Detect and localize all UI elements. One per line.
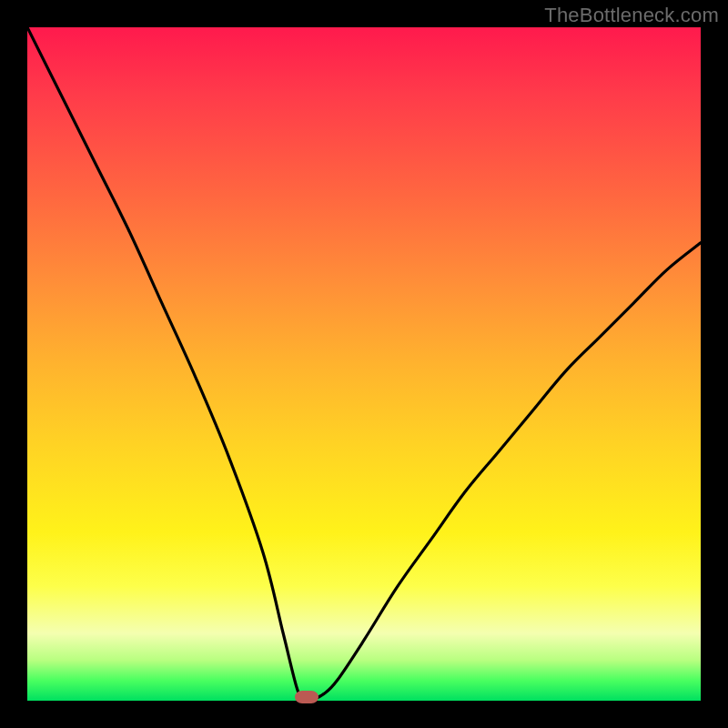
bottleneck-curve (27, 27, 701, 701)
optimal-marker (295, 691, 318, 703)
chart-frame: TheBottleneck.com (0, 0, 728, 728)
watermark-text: TheBottleneck.com (544, 4, 719, 27)
plot-area (27, 27, 701, 701)
